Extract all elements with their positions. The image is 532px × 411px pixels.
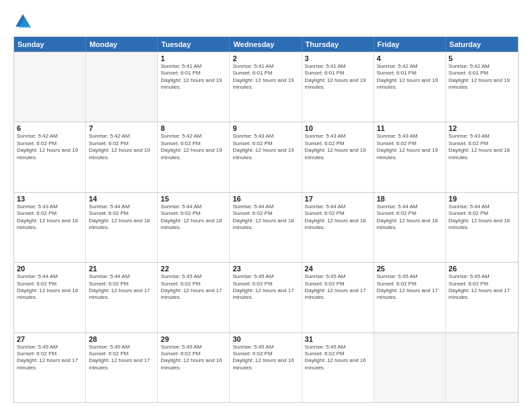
day-info: Sunrise: 5:43 AM Sunset: 6:02 PM Dayligh… [232, 133, 298, 161]
day-info: Sunrise: 5:45 AM Sunset: 6:02 PM Dayligh… [17, 344, 83, 372]
calendar-header: SundayMondayTuesdayWednesdayThursdayFrid… [14, 37, 518, 52]
day-cell-24: 24Sunrise: 5:45 AM Sunset: 6:02 PM Dayli… [302, 263, 374, 332]
day-info: Sunrise: 5:42 AM Sunset: 6:02 PM Dayligh… [89, 133, 154, 161]
day-info: Sunrise: 5:45 AM Sunset: 6:02 PM Dayligh… [305, 344, 371, 372]
day-cell-5: 5Sunrise: 5:42 AM Sunset: 6:01 PM Daylig… [446, 52, 518, 122]
page: SundayMondayTuesdayWednesdayThursdayFrid… [0, 0, 532, 411]
day-number: 14 [89, 195, 154, 203]
day-cell-15: 15Sunrise: 5:44 AM Sunset: 6:02 PM Dayli… [158, 193, 230, 262]
day-cell-10: 10Sunrise: 5:43 AM Sunset: 6:02 PM Dayli… [302, 122, 374, 191]
day-number: 4 [377, 54, 443, 62]
logo-icon [13, 12, 32, 31]
day-info: Sunrise: 5:45 AM Sunset: 6:02 PM Dayligh… [232, 273, 298, 302]
calendar-body: 1Sunrise: 5:41 AM Sunset: 6:01 PM Daylig… [14, 52, 518, 402]
day-cell-6: 6Sunrise: 5:42 AM Sunset: 6:02 PM Daylig… [14, 122, 86, 191]
day-number: 31 [305, 335, 371, 343]
day-number: 15 [161, 195, 226, 203]
header-day-monday: Monday [86, 37, 158, 52]
day-info: Sunrise: 5:41 AM Sunset: 6:01 PM Dayligh… [232, 63, 298, 91]
day-info: Sunrise: 5:44 AM Sunset: 6:02 PM Dayligh… [377, 203, 443, 232]
day-number: 22 [161, 265, 226, 273]
header-day-sunday: Sunday [14, 37, 86, 52]
day-number: 23 [232, 265, 298, 273]
day-cell-27: 27Sunrise: 5:45 AM Sunset: 6:02 PM Dayli… [14, 333, 86, 402]
day-info: Sunrise: 5:41 AM Sunset: 6:01 PM Dayligh… [161, 63, 226, 91]
day-cell-20: 20Sunrise: 5:44 AM Sunset: 6:02 PM Dayli… [14, 263, 86, 332]
day-number: 5 [449, 54, 515, 62]
day-info: Sunrise: 5:45 AM Sunset: 6:02 PM Dayligh… [161, 344, 226, 372]
day-cell-8: 8Sunrise: 5:42 AM Sunset: 6:02 PM Daylig… [158, 122, 230, 191]
day-number: 3 [305, 54, 371, 62]
day-cell-1: 1Sunrise: 5:41 AM Sunset: 6:01 PM Daylig… [158, 52, 230, 122]
day-cell-2: 2Sunrise: 5:41 AM Sunset: 6:01 PM Daylig… [230, 52, 302, 122]
day-cell-13: 13Sunrise: 5:43 AM Sunset: 6:02 PM Dayli… [14, 193, 86, 262]
calendar-week-2: 6Sunrise: 5:42 AM Sunset: 6:02 PM Daylig… [14, 122, 518, 191]
header-day-wednesday: Wednesday [230, 37, 302, 52]
day-info: Sunrise: 5:44 AM Sunset: 6:02 PM Dayligh… [17, 273, 83, 302]
day-cell-26: 26Sunrise: 5:45 AM Sunset: 6:02 PM Dayli… [446, 263, 518, 332]
day-info: Sunrise: 5:45 AM Sunset: 6:02 PM Dayligh… [89, 344, 154, 372]
day-number: 2 [232, 54, 298, 62]
day-number: 9 [232, 124, 298, 132]
calendar-week-3: 13Sunrise: 5:43 AM Sunset: 6:02 PM Dayli… [14, 192, 518, 262]
day-info: Sunrise: 5:45 AM Sunset: 6:02 PM Dayligh… [232, 344, 298, 372]
day-cell-21: 21Sunrise: 5:44 AM Sunset: 6:02 PM Dayli… [86, 263, 158, 332]
day-number: 12 [449, 124, 515, 132]
day-info: Sunrise: 5:45 AM Sunset: 6:02 PM Dayligh… [377, 273, 443, 302]
day-number: 24 [305, 265, 371, 273]
day-cell-16: 16Sunrise: 5:44 AM Sunset: 6:02 PM Dayli… [230, 193, 302, 262]
day-info: Sunrise: 5:43 AM Sunset: 6:02 PM Dayligh… [17, 203, 83, 232]
day-number: 25 [377, 265, 443, 273]
day-number: 11 [377, 124, 443, 132]
day-info: Sunrise: 5:43 AM Sunset: 6:02 PM Dayligh… [449, 133, 515, 161]
logo [13, 12, 35, 31]
empty-cell [14, 52, 86, 122]
day-number: 16 [232, 195, 298, 203]
day-info: Sunrise: 5:43 AM Sunset: 6:02 PM Dayligh… [305, 133, 371, 161]
day-number: 13 [17, 195, 83, 203]
day-info: Sunrise: 5:44 AM Sunset: 6:02 PM Dayligh… [161, 203, 226, 232]
day-info: Sunrise: 5:42 AM Sunset: 6:02 PM Dayligh… [161, 133, 226, 161]
day-info: Sunrise: 5:45 AM Sunset: 6:02 PM Dayligh… [161, 273, 226, 302]
day-number: 30 [232, 335, 298, 343]
day-info: Sunrise: 5:42 AM Sunset: 6:01 PM Dayligh… [449, 63, 515, 91]
day-cell-19: 19Sunrise: 5:44 AM Sunset: 6:02 PM Dayli… [446, 193, 518, 262]
day-number: 1 [161, 54, 226, 62]
day-number: 20 [17, 265, 83, 273]
day-cell-31: 31Sunrise: 5:45 AM Sunset: 6:02 PM Dayli… [302, 333, 374, 402]
day-cell-30: 30Sunrise: 5:45 AM Sunset: 6:02 PM Dayli… [230, 333, 302, 402]
day-number: 28 [89, 335, 154, 343]
day-number: 21 [89, 265, 154, 273]
day-info: Sunrise: 5:44 AM Sunset: 6:02 PM Dayligh… [89, 203, 154, 232]
day-cell-28: 28Sunrise: 5:45 AM Sunset: 6:02 PM Dayli… [86, 333, 158, 402]
day-cell-7: 7Sunrise: 5:42 AM Sunset: 6:02 PM Daylig… [86, 122, 158, 191]
empty-cell [86, 52, 158, 122]
day-info: Sunrise: 5:44 AM Sunset: 6:02 PM Dayligh… [305, 203, 371, 232]
day-info: Sunrise: 5:43 AM Sunset: 6:02 PM Dayligh… [377, 133, 443, 161]
day-cell-23: 23Sunrise: 5:45 AM Sunset: 6:02 PM Dayli… [230, 263, 302, 332]
header-day-tuesday: Tuesday [158, 37, 230, 52]
day-info: Sunrise: 5:44 AM Sunset: 6:02 PM Dayligh… [449, 203, 515, 232]
header-day-thursday: Thursday [302, 37, 374, 52]
day-info: Sunrise: 5:42 AM Sunset: 6:02 PM Dayligh… [17, 133, 83, 161]
day-cell-4: 4Sunrise: 5:42 AM Sunset: 6:01 PM Daylig… [374, 52, 446, 122]
calendar: SundayMondayTuesdayWednesdayThursdayFrid… [13, 36, 519, 403]
calendar-week-1: 1Sunrise: 5:41 AM Sunset: 6:01 PM Daylig… [14, 52, 518, 122]
day-info: Sunrise: 5:42 AM Sunset: 6:01 PM Dayligh… [377, 63, 443, 91]
day-cell-25: 25Sunrise: 5:45 AM Sunset: 6:02 PM Dayli… [374, 263, 446, 332]
day-number: 17 [305, 195, 371, 203]
day-info: Sunrise: 5:44 AM Sunset: 6:02 PM Dayligh… [89, 273, 154, 302]
day-number: 26 [449, 265, 515, 273]
day-cell-12: 12Sunrise: 5:43 AM Sunset: 6:02 PM Dayli… [446, 122, 518, 191]
day-cell-17: 17Sunrise: 5:44 AM Sunset: 6:02 PM Dayli… [302, 193, 374, 262]
day-cell-11: 11Sunrise: 5:43 AM Sunset: 6:02 PM Dayli… [374, 122, 446, 191]
day-info: Sunrise: 5:45 AM Sunset: 6:02 PM Dayligh… [449, 273, 515, 302]
day-info: Sunrise: 5:41 AM Sunset: 6:01 PM Dayligh… [305, 63, 371, 91]
day-cell-3: 3Sunrise: 5:41 AM Sunset: 6:01 PM Daylig… [302, 52, 374, 122]
empty-cell [374, 333, 446, 402]
day-cell-22: 22Sunrise: 5:45 AM Sunset: 6:02 PM Dayli… [158, 263, 230, 332]
day-cell-9: 9Sunrise: 5:43 AM Sunset: 6:02 PM Daylig… [230, 122, 302, 191]
header-day-saturday: Saturday [446, 37, 518, 52]
calendar-week-5: 27Sunrise: 5:45 AM Sunset: 6:02 PM Dayli… [14, 332, 518, 402]
day-info: Sunrise: 5:44 AM Sunset: 6:02 PM Dayligh… [232, 203, 298, 232]
